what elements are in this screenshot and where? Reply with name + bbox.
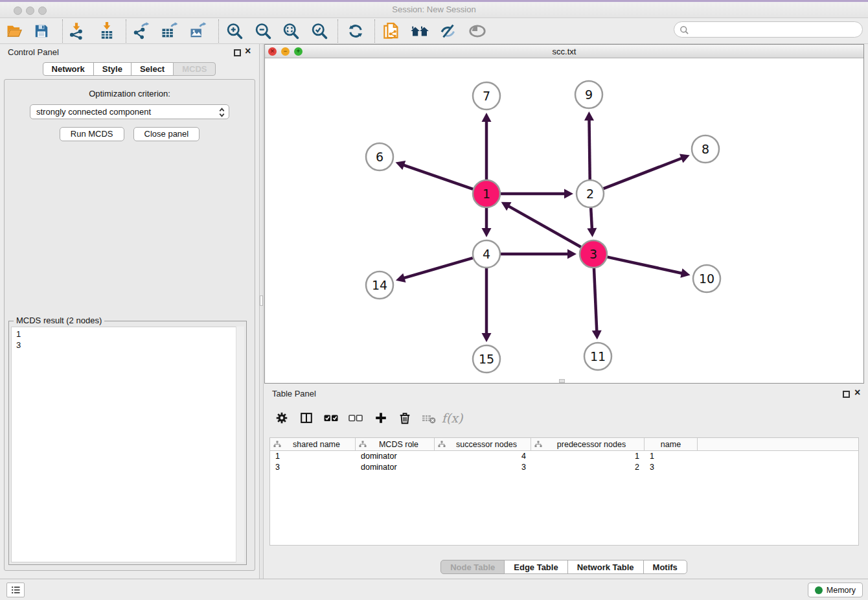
edge-3-10[interactable] [607, 257, 682, 273]
zoom-in-icon[interactable] [223, 20, 246, 42]
memory-button[interactable]: Memory [808, 583, 863, 597]
tab-motifs[interactable]: Motifs [643, 560, 687, 574]
zoom-fit-icon[interactable] [280, 20, 302, 42]
select-all-icon[interactable] [323, 410, 339, 426]
table-header-row: shared nameMCDS rolesuccessor nodesprede… [270, 438, 858, 451]
column-header-successor-nodes[interactable]: successor nodes [435, 438, 531, 450]
table-cell: dominator [356, 462, 435, 473]
export-image-icon[interactable] [187, 20, 209, 42]
function-builder-icon[interactable]: f(x) [444, 410, 461, 426]
node-label-7: 7 [483, 89, 490, 103]
birds-eye-view-icon[interactable] [466, 20, 488, 42]
column-label: MCDS role [367, 440, 434, 449]
column-header-shared-name[interactable]: shared name [270, 438, 356, 450]
import-network-icon[interactable] [65, 20, 87, 42]
export-network-icon[interactable] [130, 20, 152, 42]
arrowhead-4-3 [567, 249, 577, 259]
float-table-panel-icon[interactable] [843, 391, 850, 398]
float-panel-icon[interactable] [234, 49, 241, 56]
network-view-window: ✕ − + scc.txt 7968124314101511 [264, 44, 864, 384]
table-toolbar: f(x) [264, 405, 864, 431]
edge-2-8[interactable] [604, 158, 683, 189]
hide-graphics-details-icon[interactable] [437, 20, 459, 42]
tab-select[interactable]: Select [131, 62, 174, 76]
table-cell: 1 [531, 451, 645, 462]
add-column-icon[interactable] [372, 410, 389, 426]
export-table-icon[interactable] [158, 20, 180, 42]
shared-column-icon [438, 441, 446, 448]
edge-2-3[interactable] [591, 208, 592, 229]
status-bar: Memory [0, 579, 868, 600]
control-panel-title: Control Panel [8, 47, 59, 57]
close-table-panel-icon[interactable]: × [854, 387, 860, 398]
network-graph[interactable]: 7968124314101511 [265, 58, 863, 383]
close-panel-button[interactable]: Close panel [133, 127, 200, 141]
arrowhead-1-2 [564, 189, 573, 199]
list-icon [10, 584, 21, 595]
tab-network[interactable]: Network [43, 62, 94, 76]
toolbar-separator [62, 19, 63, 43]
import-table-icon[interactable] [96, 20, 118, 42]
homes-icon[interactable] [409, 20, 431, 42]
arrowhead-3-10 [680, 268, 690, 278]
shared-column-icon [359, 441, 367, 448]
column-label: name [648, 440, 697, 449]
search-input[interactable] [674, 21, 863, 38]
tab-node-table[interactable]: Node Table [440, 560, 505, 574]
table-cell: 2 [531, 462, 645, 473]
column-header-name[interactable]: name [645, 438, 698, 450]
memory-status-icon [815, 586, 823, 594]
tab-network-table[interactable]: Network Table [567, 560, 644, 574]
mcds-result-list[interactable]: 1 3 [11, 327, 244, 562]
edge-3-1[interactable] [508, 206, 581, 248]
run-mcds-button[interactable]: Run MCDS [60, 127, 124, 141]
delete-column-icon[interactable] [396, 410, 413, 426]
table-cell: 3 [645, 462, 698, 473]
node-table[interactable]: shared nameMCDS rolesuccessor nodesprede… [269, 437, 859, 546]
refresh-layout-icon[interactable] [345, 20, 367, 42]
network-window-title: scc.txt [265, 47, 863, 56]
edge-3-11[interactable] [594, 268, 597, 332]
table-row[interactable]: 3dominator323 [270, 462, 858, 473]
node-label-8: 8 [702, 142, 709, 156]
splitter-grip[interactable] [260, 295, 263, 306]
table-settings-icon[interactable] [273, 410, 290, 426]
tab-mcds[interactable]: MCDS [173, 62, 216, 76]
edge-2-9[interactable] [589, 119, 589, 179]
open-session-icon[interactable] [3, 20, 25, 42]
task-history-button[interactable] [6, 583, 25, 597]
zoom-out-icon[interactable] [252, 20, 274, 42]
tab-edge-table[interactable]: Edge Table [504, 560, 567, 574]
optimization-criterion-label: Optimization criterion: [5, 89, 255, 98]
node-label-4: 4 [483, 247, 490, 261]
table-cell: 3 [270, 462, 356, 473]
arrowhead-4-15 [482, 333, 492, 342]
column-header-MCDS-role[interactable]: MCDS role [356, 438, 435, 450]
split-panel-icon[interactable] [298, 410, 315, 426]
node-label-15: 15 [479, 352, 494, 366]
result-scrollbar[interactable] [236, 327, 244, 562]
titlebar: Session: New Session [0, 2, 868, 18]
column-label: shared name [281, 440, 355, 449]
node-label-14: 14 [372, 278, 387, 292]
network-from-selection-icon[interactable] [380, 20, 402, 42]
arrowhead-1-7 [482, 113, 492, 122]
deselect-all-icon[interactable] [347, 410, 364, 426]
save-session-icon[interactable] [30, 20, 52, 42]
tab-style[interactable]: Style [93, 62, 131, 76]
close-panel-icon[interactable]: × [245, 45, 251, 57]
network-window-titlebar[interactable]: ✕ − + scc.txt [265, 45, 863, 58]
canvas-resize-thumb[interactable] [559, 379, 565, 383]
delete-table-icon[interactable] [420, 410, 437, 426]
column-header-predecessor-nodes[interactable]: predecessor nodes [531, 438, 645, 450]
edge-1-6[interactable] [403, 165, 473, 189]
panel-splitter[interactable] [259, 44, 264, 579]
toolbar-separator [126, 19, 126, 43]
edge-4-14[interactable] [403, 258, 472, 278]
column-label: successor nodes [446, 440, 531, 449]
network-canvas[interactable]: 7968124314101511 [265, 58, 863, 383]
table-row[interactable]: 1dominator411 [270, 451, 858, 462]
zoom-selected-icon[interactable] [308, 20, 330, 42]
control-panel: Control Panel × NetworkStyleSelectMCDS O… [0, 44, 259, 579]
criterion-dropdown[interactable]: strongly connected component [30, 104, 229, 119]
